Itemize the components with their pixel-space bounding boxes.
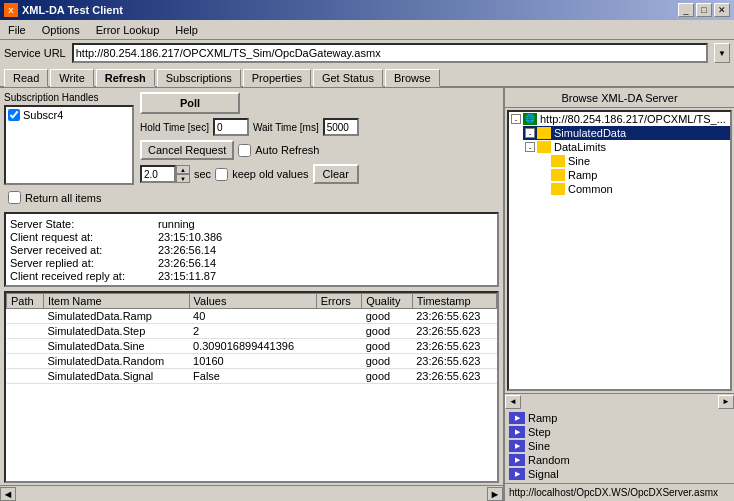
table-row: SimulatedData.Sine 0.309016899441396 goo…: [7, 339, 497, 354]
spinner-input[interactable]: ▲ ▼: [140, 165, 190, 183]
right-nav-row[interactable]: ◄ ►: [505, 393, 734, 409]
right-panel: Browse XML-DA Server - 🌐 http://80.254.1…: [505, 88, 734, 501]
cell-value-4: False: [189, 369, 316, 384]
cell-name-4: SimulatedData.Signal: [43, 369, 189, 384]
tree-root[interactable]: - 🌐 http://80.254.186.217/OPCXML/TS_...: [509, 112, 730, 126]
service-url-input[interactable]: [72, 43, 708, 63]
nav-left[interactable]: ◄: [505, 395, 521, 409]
scroll-left[interactable]: ◄: [0, 487, 16, 501]
tree-data-limits[interactable]: - DataLimits: [523, 140, 730, 154]
tab-browse[interactable]: Browse: [385, 69, 440, 87]
cell-path-2: [7, 339, 44, 354]
tab-write[interactable]: Write: [50, 69, 93, 87]
tree-simulated-data-label: SimulatedData: [554, 127, 626, 139]
menu-error-lookup[interactable]: Error Lookup: [92, 23, 164, 37]
table-row: SimulatedData.Signal False good 23:26:55…: [7, 369, 497, 384]
sec-label: sec: [194, 168, 211, 180]
sub-handle-checkbox[interactable]: [8, 109, 20, 121]
cell-errors-1: [316, 324, 361, 339]
cell-errors-4: [316, 369, 361, 384]
main-content: Subscription Handles Subscr4 Return all …: [0, 88, 734, 501]
root-expand[interactable]: -: [511, 114, 521, 124]
cell-quality-3: good: [362, 354, 412, 369]
tree-common[interactable]: Common: [537, 182, 730, 196]
tree-root-label: http://80.254.186.217/OPCXML/TS_...: [540, 113, 726, 125]
status-row-1: Client request at: 23:15:10.386: [10, 231, 493, 243]
return-all-checkbox[interactable]: [8, 191, 21, 204]
status-label-4: Client received reply at:: [10, 270, 150, 282]
signal-step-icon: ▶: [509, 426, 525, 438]
ramp-folder-icon: [551, 169, 565, 181]
bottom-scrollbar[interactable]: ◄ ►: [0, 485, 503, 501]
signal-random[interactable]: ▶ Random: [509, 453, 730, 467]
minimize-button[interactable]: _: [678, 3, 694, 17]
service-url-dropdown[interactable]: ▼: [714, 43, 730, 63]
keep-old-checkbox[interactable]: [215, 168, 228, 181]
hold-wait-row: Hold Time [sec] Wait Time [ms]: [140, 118, 359, 136]
tree-sine[interactable]: Sine: [537, 154, 730, 168]
hold-time-input[interactable]: [213, 118, 249, 136]
refresh-controls: Subscription Handles Subscr4 Return all …: [0, 88, 503, 210]
status-value-1: 23:15:10.386: [158, 231, 222, 243]
menu-file[interactable]: File: [4, 23, 30, 37]
tree-data-limits-label: DataLimits: [554, 141, 606, 153]
title-bar: X XML-DA Test Client _ □ ✕: [0, 0, 734, 20]
status-row-2: Server received at: 23:26:56.14: [10, 244, 493, 256]
tree-simulated-data[interactable]: - SimulatedData: [523, 126, 730, 140]
signal-sine[interactable]: ▶ Sine: [509, 439, 730, 453]
sub-handles-list: Subscr4: [4, 105, 134, 185]
title-controls[interactable]: _ □ ✕: [678, 3, 730, 17]
spinner-up[interactable]: ▲: [176, 165, 190, 174]
tab-get-status[interactable]: Get Status: [313, 69, 383, 87]
signal-signal[interactable]: ▶ Signal: [509, 467, 730, 481]
sub-handle-label: Subscr4: [23, 109, 63, 121]
root-icon: 🌐: [523, 113, 537, 125]
spinner-down[interactable]: ▼: [176, 174, 190, 183]
wait-time-input[interactable]: [323, 118, 359, 136]
status-label-1: Client request at:: [10, 231, 150, 243]
dl-folder-icon: [537, 141, 551, 153]
spinner-buttons[interactable]: ▲ ▼: [176, 165, 190, 183]
tree-ramp[interactable]: Ramp: [537, 168, 730, 182]
cell-quality-1: good: [362, 324, 412, 339]
tab-subscriptions[interactable]: Subscriptions: [157, 69, 241, 87]
clear-button[interactable]: Clear: [313, 164, 359, 184]
menu-options[interactable]: Options: [38, 23, 84, 37]
col-errors: Errors: [316, 294, 361, 309]
sub-handle-row: Subscr4: [8, 109, 130, 121]
signal-step[interactable]: ▶ Step: [509, 425, 730, 439]
common-folder-icon: [551, 183, 565, 195]
auto-row: Cancel Request Auto Refresh: [140, 140, 359, 160]
cell-value-1: 2: [189, 324, 316, 339]
cell-timestamp-0: 23:26:55.623: [412, 309, 496, 324]
table-row: SimulatedData.Random 10160 good 23:26:55…: [7, 354, 497, 369]
signal-ramp-icon: ▶: [509, 412, 525, 424]
cell-path-1: [7, 324, 44, 339]
spinner-value[interactable]: [140, 165, 176, 183]
signal-ramp[interactable]: ▶ Ramp: [509, 411, 730, 425]
signal-sine-icon: ▶: [509, 440, 525, 452]
sim-expand[interactable]: -: [525, 128, 535, 138]
menu-help[interactable]: Help: [171, 23, 202, 37]
status-row-3: Server replied at: 23:26:56.14: [10, 257, 493, 269]
status-value-2: 23:26:56.14: [158, 244, 216, 256]
tab-read[interactable]: Read: [4, 69, 48, 87]
nav-right[interactable]: ►: [718, 395, 734, 409]
cell-name-2: SimulatedData.Sine: [43, 339, 189, 354]
tab-refresh[interactable]: Refresh: [96, 69, 155, 87]
cancel-request-button[interactable]: Cancel Request: [140, 140, 234, 160]
poll-button[interactable]: Poll: [140, 92, 240, 114]
tree-sine-label: Sine: [568, 155, 590, 167]
tree-view[interactable]: - 🌐 http://80.254.186.217/OPCXML/TS_... …: [507, 110, 732, 391]
scroll-right[interactable]: ►: [487, 487, 503, 501]
cell-quality-2: good: [362, 339, 412, 354]
tab-properties[interactable]: Properties: [243, 69, 311, 87]
close-button[interactable]: ✕: [714, 3, 730, 17]
signal-random-label: Random: [528, 454, 570, 466]
service-label: Service URL: [4, 47, 66, 59]
cell-name-3: SimulatedData.Random: [43, 354, 189, 369]
maximize-button[interactable]: □: [696, 3, 712, 17]
dl-expand[interactable]: -: [525, 142, 535, 152]
cell-timestamp-2: 23:26:55.623: [412, 339, 496, 354]
auto-refresh-checkbox[interactable]: [238, 144, 251, 157]
